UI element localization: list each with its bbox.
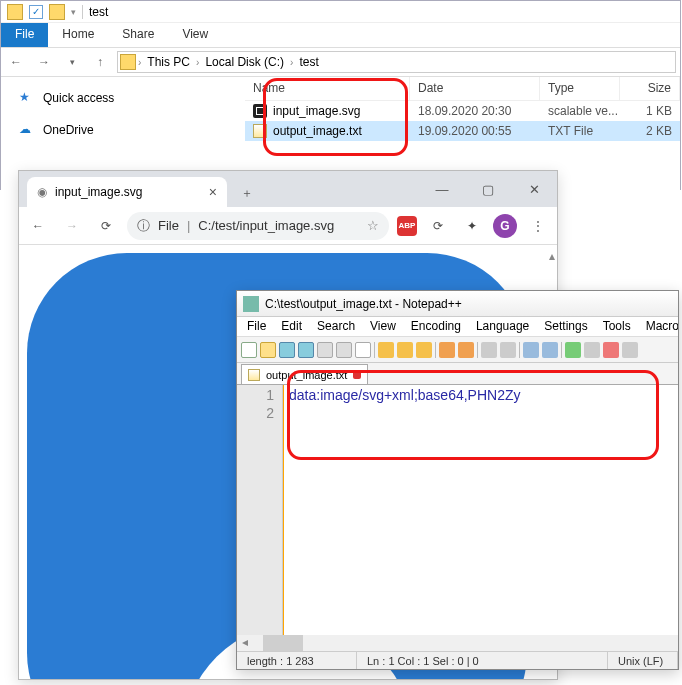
breadcrumb-item[interactable]: This PC [143,55,194,69]
file-row[interactable]: input_image.svg 18.09.2020 20:30 scalabl… [245,101,680,121]
column-headers: Name Date Type Size [245,77,680,101]
file-size: 2 KB [620,124,680,138]
bookmark-star-icon[interactable]: ☆ [367,218,379,233]
line-number: 2 [237,405,274,423]
chevron-right-icon[interactable]: › [196,57,199,68]
toolbar-icon[interactable] [622,342,638,358]
close-tab-icon[interactable] [353,371,361,379]
close-all-icon[interactable] [336,342,352,358]
separator [561,342,562,358]
chevron-right-icon[interactable]: › [290,57,293,68]
info-icon[interactable]: ⓘ [137,217,150,235]
qat-checkbox-icon[interactable]: ✓ [29,5,43,19]
col-type[interactable]: Type [540,77,620,100]
breadcrumb-item[interactable]: Local Disk (C:) [201,55,288,69]
copy-icon[interactable] [397,342,413,358]
horizontal-scrollbar[interactable]: ◂ [237,635,678,651]
menu-search[interactable]: Search [311,317,361,336]
cut-icon[interactable] [378,342,394,358]
new-file-icon[interactable] [241,342,257,358]
menu-view[interactable]: View [364,317,402,336]
navpane-onedrive[interactable]: ☁ OneDrive [19,119,237,141]
save-icon[interactable] [279,342,295,358]
file-row[interactable]: output_image.txt 19.09.2020 00:55 TXT Fi… [245,121,680,141]
menu-language[interactable]: Language [470,317,535,336]
txt-file-icon [253,124,267,138]
code-area[interactable]: data:image/svg+xml;base64,PHN2Zy [283,385,678,635]
record-macro-icon[interactable] [603,342,619,358]
nav-forward-icon[interactable]: → [59,213,85,239]
file-name: input_image.svg [273,104,360,118]
find-icon[interactable] [481,342,497,358]
save-all-icon[interactable] [298,342,314,358]
tab-home[interactable]: Home [48,23,108,47]
nav-back-icon[interactable]: ← [5,51,27,73]
address-bar[interactable]: › This PC › Local Disk (C:) › test [117,51,676,73]
close-file-icon[interactable] [317,342,333,358]
status-eol: Unix (LF) [608,652,678,669]
chrome-tab[interactable]: ◉ input_image.svg × [27,177,227,207]
npp-tab-label: output_image.txt [266,369,347,381]
extensions-puzzle-icon[interactable]: ✦ [459,213,485,239]
scroll-left-icon[interactable]: ◂ [237,635,253,651]
nav-forward-icon[interactable]: → [33,51,55,73]
run-icon[interactable] [565,342,581,358]
replace-icon[interactable] [500,342,516,358]
new-tab-button[interactable]: ＋ [233,179,261,207]
scroll-up-icon[interactable]: ▴ [549,249,555,263]
menu-edit[interactable]: Edit [275,317,308,336]
npp-titlebar[interactable]: C:\test\output_image.txt - Notepad++ [237,291,678,317]
extension-icon[interactable]: ⟳ [425,213,451,239]
chrome-omnibox[interactable]: ⓘ File | C:/test/input_image.svg ☆ [127,212,389,240]
menu-macro[interactable]: Macro [640,317,678,336]
folder-icon [49,4,65,20]
redo-icon[interactable] [458,342,474,358]
reload-icon[interactable]: ⟳ [93,213,119,239]
col-size[interactable]: Size [620,77,680,100]
breadcrumb-item[interactable]: test [295,55,322,69]
npp-editor[interactable]: 1 2 data:image/svg+xml;base64,PHN2Zy [237,385,678,635]
npp-menubar: File Edit Search View Encoding Language … [237,317,678,337]
menu-file[interactable]: File [241,317,272,336]
paste-icon[interactable] [416,342,432,358]
file-size: 1 KB [620,104,680,118]
nav-history-icon[interactable]: ▾ [61,51,83,73]
explorer-qat: ✓ ▾ test [1,1,680,23]
tab-file[interactable]: File [1,23,48,47]
tab-share[interactable]: Share [108,23,168,47]
navpane-quick-access[interactable]: ★ Quick access [19,87,237,109]
close-button[interactable]: ✕ [511,171,557,207]
line-number: 1 [237,387,274,405]
zoom-out-icon[interactable] [542,342,558,358]
qat-dropdown-icon[interactable]: ▾ [71,7,76,17]
menu-encoding[interactable]: Encoding [405,317,467,336]
maximize-button[interactable]: ▢ [465,171,511,207]
nav-back-icon[interactable]: ← [25,213,51,239]
minimize-button[interactable]: — [419,171,465,207]
close-tab-icon[interactable]: × [209,184,217,200]
col-name[interactable]: Name [245,77,410,100]
tab-view[interactable]: View [168,23,222,47]
omnibox-path: C:/test/input_image.svg [198,218,334,233]
text-caret [289,387,290,403]
undo-icon[interactable] [439,342,455,358]
toolbar-icon[interactable] [584,342,600,358]
navpane-label: OneDrive [43,123,94,137]
npp-document-tab[interactable]: output_image.txt [241,364,368,384]
chrome-menu-icon[interactable]: ⋮ [525,213,551,239]
cloud-icon: ☁ [19,122,35,138]
nav-up-icon[interactable]: ↑ [89,51,111,73]
chrome-toolbar: ← → ⟳ ⓘ File | C:/test/input_image.svg ☆… [19,207,557,245]
scrollbar-thumb[interactable] [263,635,303,651]
explorer-navbar: ← → ▾ ↑ › This PC › Local Disk (C:) › te… [1,47,680,77]
abp-extension-icon[interactable]: ABP [397,216,417,236]
chevron-right-icon[interactable]: › [138,57,141,68]
menu-settings[interactable]: Settings [538,317,593,336]
open-file-icon[interactable] [260,342,276,358]
menu-tools[interactable]: Tools [597,317,637,336]
profile-avatar[interactable]: G [493,214,517,238]
col-date[interactable]: Date [410,77,540,100]
zoom-in-icon[interactable] [523,342,539,358]
notepadpp-window: C:\test\output_image.txt - Notepad++ Fil… [236,290,679,670]
print-icon[interactable] [355,342,371,358]
